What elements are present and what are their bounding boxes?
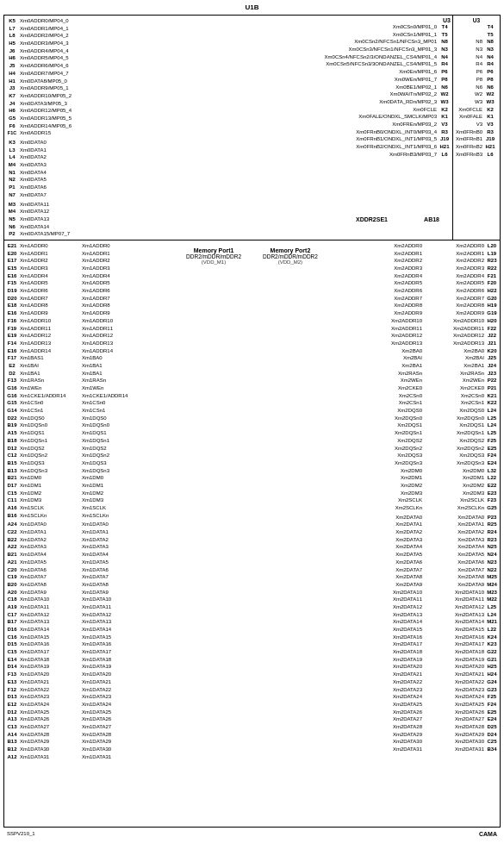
pin-row: Xm1DATA6 [82,566,146,574]
pin-row: G5Xm0ADDR13/MP05_5 [4,115,129,122]
pin-row: Xm1DATA16 [82,640,146,648]
pin-row: B13Xm1DQSn3 [4,467,82,475]
port1-title: Memory Port1 [186,247,241,253]
pin-row: Xm2RASn [358,370,422,378]
pin-row: L32Xm2DM0 [422,467,500,475]
pin-row: Xm2DQSn1 [358,429,422,437]
pin-row: Xm2DM0 [358,467,422,475]
pin-row: L25Xm2DQSn1 [422,429,500,437]
pin-row: N2Xm0DATA5 [4,176,129,184]
pin-row: D13Xm1DATA23 [4,693,82,701]
pin-row: Xm1DQSn2 [82,452,146,459]
pin-row: L25Xm2DQSn0 [422,415,500,422]
pin-row: Xm2ADDR6 [358,287,422,295]
pin-row: L8Xm0ADDR2/MP04_2 [4,32,129,40]
pin-row: N4N4 [455,53,498,61]
pin-row: M22Xm2DATA11 [422,596,500,603]
pin-row: H6Xm0ADDR12/MP05_4 [4,107,129,115]
pin-row: Xm1ADDR4 [82,272,146,280]
pin-row: Xm2DQSn3 [358,459,422,467]
pin-row: Xm2DATA21 [358,671,422,678]
pin-row: E25Xm2DQSn2 [422,445,500,453]
memory-port1: Memory Port1 DDR2/mDDR/mDDR2 (VDD_M1) [186,247,241,265]
pin-row: Xm1DATA15 [82,634,146,641]
pin-row: P6P6 [455,68,498,76]
ab18-label: AB18 [424,216,439,222]
pin-row: L22Xm2DM1 [422,474,500,482]
pin-row: Xm2DATA23 [358,686,422,694]
pin-row: G23Xm2DATA23 [422,686,500,694]
pin-row: F14Xm1ADDR13 [4,340,82,347]
pin-row: E14Xm1DATA18 [4,656,82,664]
pin-row: Xm2DATA18 [358,648,422,656]
pin-row: Xm1ADDR14 [82,347,146,355]
pin-row: D25Xm2DATA28 [422,723,500,731]
pin-row: Xm2DATA19 [358,656,422,664]
pin-row: Xm1DATA24 [82,701,146,709]
pin-row: M21Xm2DATA14 [422,618,500,626]
pin-row: E23Xm2DM3 [422,490,500,497]
pin-row: Xm2BA0 [358,347,422,355]
pin-row: N8N8 [455,38,498,46]
pin-row: K5Xm0ADDR0/MP04_0 [4,17,129,25]
pin-row: H19Xm2ADDR8 [422,302,500,309]
pin-row: C19Xm1DATA7 [4,573,82,581]
memory-port2: Memory Port2 DDR2/mDDR/mDDR2 (VDD_M2) [263,247,318,265]
pin-row: Xm2DATA14 [358,618,422,626]
pin-row: Xm2DATA17 [358,640,422,648]
pin-row: C11Xm1DM3 [4,497,82,504]
pin-row: D24Xm2DATA29 [422,731,500,739]
pin-row: Xm2WEn [358,377,422,384]
pin-row: F24Xm2DATA25 [422,701,500,709]
pin-row: Xm2CSn1 [358,399,422,407]
pin-row: Xm2DATA0 [358,514,422,522]
port2-type: DDR2/mDDR/mDDR2 [263,253,318,259]
pin-row: N5Xm0DATA13 [4,216,129,223]
pin-row: Xm2DATA15 [358,626,422,634]
pin-row: Xm2DATA2 [358,528,422,536]
pin-row: L24Xm2DQS1 [422,422,500,429]
port1-note: (VDD_M1) [186,259,241,265]
pin-row: Xm1ADDR11 [82,325,146,333]
pin-row: J22Xm2ADDR12 [422,332,500,340]
pin-row: F21Xm2ADDR4 [422,272,500,280]
pin-row: Xm2SCLKn [358,504,422,512]
pin-row: D17Xm1DM1 [4,482,82,490]
pin-row: Xm1DATA1 [82,528,146,536]
pin-row: G19Xm2ADDR9 [422,309,500,317]
pin-row: E18Xm1ADDR8 [4,302,82,309]
pin-row: C15Xm1DM2 [4,490,82,497]
u3-ref: U3 [254,17,452,23]
pin-row: Xm2DM3 [358,490,422,497]
pin-row: Xm2ADDR1 [358,250,422,258]
pin-row: D19Xm1ADDR6 [4,287,82,295]
pin-row: N3Xm0CSn3/NFCSn1/NFCSn3_MP01_3 [254,46,452,53]
pin-row: A14Xm1DATA28 [4,731,82,739]
pin-row: Xm2DQSn0 [358,415,422,422]
pin-row: Xm1DATA3 [82,543,146,551]
pin-row: C22Xm1DATA1 [4,528,82,536]
pin-row: P6Xm0En/MP01_6 [254,68,452,76]
pin-row: N6Xm0DATA14 [4,223,129,231]
pin-row: Xm2DATA7 [358,566,422,574]
pin-row: Xm1DATA9 [82,589,146,597]
pin-row: M4Xm0DATA12 [4,208,129,216]
pin-row: J19Xm0FRnB1 [455,135,498,143]
pin-row: D20Xm1ADDR7 [4,295,82,303]
port1-type: DDR2/mDDR/mDDR2 [186,253,241,259]
pin-row: L22Xm2DATA15 [422,626,500,634]
pin-row: Xm2DQS0 [358,407,422,415]
pin-row: G21Xm2DATA19 [422,656,500,664]
pin-row: Xm1DATA22 [82,686,146,694]
pin-row: Xm1DM1 [82,482,146,490]
pin-row: P1Xm0DATA6 [4,184,129,191]
pin-row: E25Xm2DATA26 [422,709,500,716]
pin-row: F20Xm2ADDR5 [422,279,500,287]
pin-row: Xm2ADDR0 [358,242,422,250]
pin-row: Xm1DATA5 [82,559,146,566]
pin-row: Xm1ADDR1 [82,250,146,258]
pin-row: Xm1BA1 [82,362,146,370]
pin-row: Xm1DATA19 [82,663,146,671]
pin-row: Xm1DQS3 [82,459,146,467]
pin-row: G24Xm2DATA22 [422,678,500,686]
